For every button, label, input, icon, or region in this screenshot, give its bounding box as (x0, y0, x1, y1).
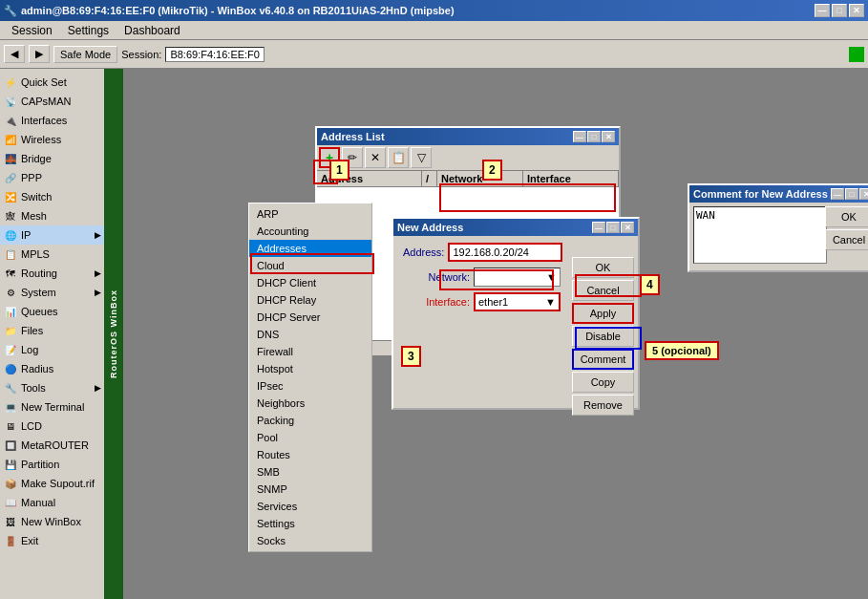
new-address-maximize[interactable]: □ (606, 222, 620, 233)
system-arrow-icon: ▶ (95, 288, 101, 297)
comment-button[interactable]: Comment (572, 349, 634, 370)
network-select[interactable]: ▼ (474, 267, 561, 287)
safe-mode-button[interactable]: Safe Mode (53, 46, 117, 63)
address-list-title-buttons[interactable]: — □ ✕ (573, 131, 615, 142)
forward-button[interactable]: ▶ (29, 45, 50, 63)
comment-maximize[interactable]: □ (845, 188, 858, 200)
sidebar-item-make-supout[interactable]: 📦 Make Supout.rif (0, 474, 105, 493)
submenu-arp[interactable]: ARP (249, 205, 371, 223)
sidebar-item-switch[interactable]: 🔀 Switch (0, 187, 105, 206)
submenu-socks[interactable]: Socks (249, 532, 371, 549)
sidebar-item-queues[interactable]: 📊 Queues (0, 302, 105, 321)
close-button[interactable]: ✕ (849, 4, 864, 17)
comment-close[interactable]: ✕ (859, 188, 868, 200)
submenu-cloud[interactable]: Cloud (249, 257, 371, 274)
add-address-button[interactable]: + (319, 147, 340, 168)
filter-button[interactable]: ▽ (411, 147, 432, 168)
copy-address-button[interactable]: 📋 (388, 147, 409, 168)
menu-dashboard[interactable]: Dashboard (116, 22, 188, 39)
winbox-icon: 🖼 (4, 515, 17, 528)
remove-address-button[interactable]: ✕ (365, 147, 386, 168)
sidebar-item-new-winbox[interactable]: 🖼 New WinBox (0, 512, 105, 531)
sidebar-item-radius[interactable]: 🔵 Radius (0, 359, 105, 378)
sidebar-item-new-terminal[interactable]: 💻 New Terminal (0, 397, 105, 417)
new-address-title-buttons[interactable]: — □ ✕ (592, 222, 634, 233)
submenu-ipsec[interactable]: IPsec (249, 377, 371, 395)
sidebar-item-log[interactable]: 📝 Log (0, 340, 105, 359)
sidebar-item-routing[interactable]: 🗺 Routing ▶ (0, 264, 105, 283)
comment-ok-button[interactable]: OK (825, 206, 868, 227)
submenu-dhcp-relay[interactable]: DHCP Relay (249, 291, 371, 309)
sidebar-item-interfaces[interactable]: 🔌 Interfaces (0, 111, 105, 130)
sidebar-item-tools[interactable]: 🔧 Tools ▶ (0, 378, 105, 397)
new-address-close[interactable]: ✕ (621, 222, 634, 233)
title-bar-controls[interactable]: — □ ✕ (815, 4, 864, 17)
sidebar-item-ppp[interactable]: 🔗 PPP (0, 168, 105, 187)
sidebar-item-mpls[interactable]: 📋 MPLS (0, 245, 105, 264)
maximize-button[interactable]: □ (832, 4, 847, 17)
submenu-hotspot[interactable]: Hotspot (249, 360, 371, 377)
address-input[interactable] (448, 243, 562, 262)
submenu-services[interactable]: Services (249, 498, 371, 515)
remove-button[interactable]: Remove (572, 395, 634, 416)
submenu-pool[interactable]: Pool (249, 429, 371, 446)
menu-session[interactable]: Session (4, 22, 60, 39)
address-list-maximize[interactable]: □ (587, 131, 601, 142)
submenu-settings-ip[interactable]: Settings (249, 515, 371, 532)
sidebar-item-manual[interactable]: 📖 Manual (0, 493, 105, 512)
submenu-packing[interactable]: Packing (249, 412, 371, 429)
address-list-close[interactable]: ✕ (602, 131, 615, 142)
col-sep: / (422, 171, 437, 186)
files-icon: 📁 (4, 324, 17, 337)
sidebar-item-quick-set[interactable]: ⚡ Quick Set (0, 73, 105, 92)
submenu-dns[interactable]: DNS (249, 326, 371, 343)
sidebar-label-lcd: LCD (21, 420, 101, 432)
sidebar-item-mesh[interactable]: 🕸 Mesh (0, 206, 105, 225)
sidebar-item-meta-router[interactable]: 🔲 MetaROUTER (0, 436, 105, 455)
sidebar-item-bridge[interactable]: 🌉 Bridge (0, 149, 105, 168)
menu-settings[interactable]: Settings (60, 22, 116, 39)
new-address-minimize[interactable]: — (592, 222, 605, 233)
tools-arrow-icon: ▶ (95, 383, 101, 393)
submenu-smb[interactable]: SMB (249, 463, 371, 481)
network-dropdown-icon: ▼ (546, 271, 557, 283)
sidebar-item-files[interactable]: 📁 Files (0, 321, 105, 340)
submenu-dhcp-client[interactable]: DHCP Client (249, 274, 371, 291)
comment-title-buttons[interactable]: — □ ✕ (831, 188, 868, 200)
sidebar-label-routing: Routing (21, 267, 91, 279)
sidebar-label-ip: IP (21, 229, 91, 241)
sidebar-label-switch: Switch (21, 191, 101, 203)
minimize-button[interactable]: — (815, 4, 830, 17)
sidebar-item-capsman[interactable]: 📡 CAPsMAN (0, 92, 105, 111)
submenu-snmp[interactable]: SNMP (249, 481, 371, 498)
sidebar-item-ip[interactable]: 🌐 IP ▶ (0, 225, 105, 245)
ok-button[interactable]: OK (572, 257, 634, 278)
submenu-firewall[interactable]: Firewall (249, 343, 371, 360)
cancel-button[interactable]: Cancel (572, 280, 634, 301)
interface-value: ether1 (478, 296, 508, 308)
quick-set-icon: ⚡ (4, 75, 17, 89)
submenu-neighbors[interactable]: Neighbors (249, 395, 371, 412)
comment-minimize[interactable]: — (831, 188, 844, 200)
sidebar-item-exit[interactable]: 🚪 Exit (0, 531, 105, 550)
sidebar-label-ppp: PPP (21, 172, 101, 183)
address-list-minimize[interactable]: — (573, 131, 586, 142)
title-bar-left: 🔧 admin@B8:69:F4:16:EE:F0 (MikroTik) - W… (4, 5, 455, 17)
interface-select[interactable]: ether1 ▼ (474, 292, 561, 311)
disable-button[interactable]: Disable (572, 326, 634, 347)
sidebar-item-system[interactable]: ⚙ System ▶ (0, 283, 105, 302)
sidebar-item-wireless[interactable]: 📶 Wireless (0, 130, 105, 149)
sidebar-item-partition[interactable]: 💾 Partition (0, 455, 105, 474)
edit-address-button[interactable]: ✏ (342, 147, 363, 168)
sidebar-item-lcd[interactable]: 🖥 LCD (0, 417, 105, 436)
submenu-dhcp-server[interactable]: DHCP Server (249, 309, 371, 326)
back-button[interactable]: ◀ (4, 45, 25, 63)
copy-button[interactable]: Copy (572, 372, 634, 393)
submenu-accounting[interactable]: Accounting (249, 223, 371, 240)
submenu-addresses[interactable]: Addresses (249, 240, 371, 257)
bridge-icon: 🌉 (4, 152, 17, 165)
comment-textarea[interactable]: WAN (693, 206, 827, 264)
comment-cancel-button[interactable]: Cancel (825, 229, 868, 250)
submenu-routes[interactable]: Routes (249, 446, 371, 463)
apply-button[interactable]: Apply (572, 303, 634, 324)
